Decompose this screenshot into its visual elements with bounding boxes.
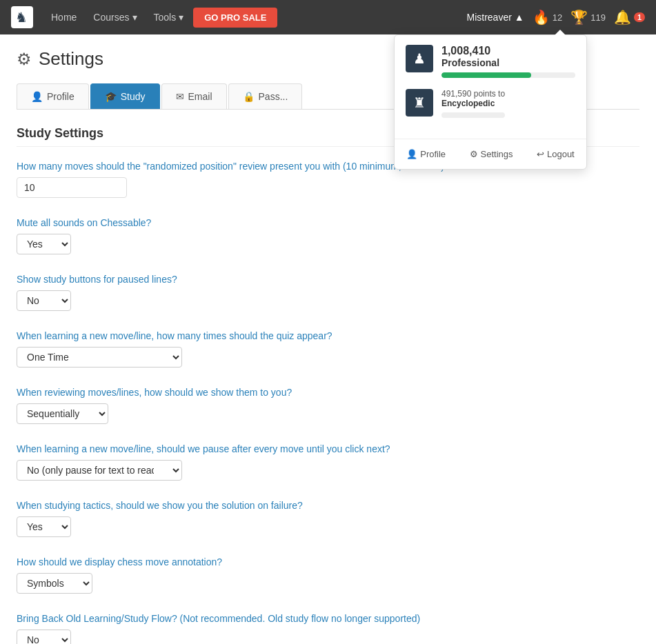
- dropdown-settings-link[interactable]: ⚙ Settings: [464, 146, 519, 162]
- select-tactics-solution[interactable]: Yes No: [17, 516, 71, 537]
- trophy-icon: 🏆: [570, 9, 588, 26]
- fire-streak-badge[interactable]: 🔥 12: [533, 9, 562, 26]
- site-logo[interactable]: ♞: [11, 6, 33, 28]
- dropdown-profile-link[interactable]: 👤 Profile: [401, 146, 451, 162]
- tab-study[interactable]: 🎓 Study: [90, 83, 160, 109]
- field-mute-sounds: Mute all sounds on Chessable? Yes No: [17, 217, 639, 254]
- tab-email[interactable]: ✉ Email: [161, 83, 227, 109]
- field-old-flow: Bring Back Old Learning/Study Flow? (Not…: [17, 613, 639, 644]
- dropdown-next-level-row: ♜ 491,590 points to Encyclopedic: [406, 89, 575, 122]
- select-pause-move[interactable]: No (only pause for text to read) Yes No: [17, 460, 182, 481]
- svg-text:♞: ♞: [15, 10, 28, 25]
- lock-icon: 🔒: [243, 91, 255, 102]
- tab-profile[interactable]: 👤 Profile: [17, 83, 89, 109]
- field-annotation-display: How should we display chess move annotat…: [17, 556, 639, 594]
- settings-gear-icon: ⚙: [17, 50, 32, 69]
- xp-progress-bar-fill: [441, 72, 531, 78]
- nav-right-section: Mistreaver ▲ 🔥 12 🏆 119 🔔 1: [466, 9, 645, 26]
- chevron-down-icon: ▾: [132, 12, 137, 23]
- label-pause-move: When learning a new move/line, should we…: [17, 443, 639, 454]
- chevron-down-icon: ▾: [179, 12, 183, 23]
- user-icon: 👤: [31, 91, 43, 102]
- select-annotation-display[interactable]: Symbols Text Both: [17, 573, 92, 594]
- field-tactics-solution: When studying tactics, should we show yo…: [17, 500, 639, 537]
- email-icon: ✉: [176, 91, 184, 102]
- go-pro-button[interactable]: GO PRO SALE: [193, 8, 277, 28]
- label-review-order: When reviewing moves/lines, how should w…: [17, 387, 639, 398]
- dropdown-menu-links: 👤 Profile ⚙ Settings ↩ Logout: [395, 139, 586, 169]
- nav-home[interactable]: Home: [44, 8, 83, 28]
- dropdown-user-row: ♟ 1,008,410 Professional: [406, 45, 575, 82]
- chess-rook-icon: ♜: [413, 94, 426, 111]
- bell-notification[interactable]: 🔔 1: [614, 9, 645, 26]
- nav-tools[interactable]: Tools ▾: [147, 8, 191, 28]
- select-study-buttons[interactable]: No Yes: [17, 290, 71, 311]
- field-study-buttons: Show study buttons for paused lines? No …: [17, 274, 639, 311]
- page-title: Settings: [39, 48, 103, 70]
- tab-password[interactable]: 🔒 Pass...: [228, 83, 303, 109]
- input-randomized-moves[interactable]: [17, 177, 127, 198]
- select-review-order[interactable]: Sequentially Randomly: [17, 403, 108, 424]
- chess-piece-icon: ♟: [413, 50, 426, 67]
- logout-icon: ↩: [537, 149, 544, 159]
- nav-links: Home Courses ▾ Tools ▾ GO PRO SALE: [44, 8, 466, 28]
- next-level-avatar: ♜: [406, 89, 433, 117]
- label-annotation-display: How should we display chess move annotat…: [17, 556, 639, 567]
- next-level-progress-container: [441, 112, 505, 118]
- username-button[interactable]: Mistreaver ▲: [466, 12, 524, 23]
- points-to-next-level: 491,590 points to Encyclopedic: [441, 89, 505, 122]
- gear-icon: ⚙: [470, 149, 478, 159]
- label-tactics-solution: When studying tactics, should we show yo…: [17, 500, 639, 511]
- label-study-buttons: Show study buttons for paused lines?: [17, 274, 639, 285]
- label-quiz-times: When learning a new move/line, how many …: [17, 330, 639, 341]
- label-mute-sounds: Mute all sounds on Chessable?: [17, 217, 639, 228]
- dropdown-logout-link[interactable]: ↩ Logout: [531, 146, 580, 162]
- select-mute-sounds[interactable]: Yes No: [17, 234, 71, 254]
- trophy-badge[interactable]: 🏆 119: [570, 9, 606, 26]
- xp-progress-bar-container: [441, 72, 575, 78]
- nav-courses[interactable]: Courses ▾: [86, 8, 143, 28]
- label-old-flow: Bring Back Old Learning/Study Flow? (Not…: [17, 613, 639, 624]
- points-count: 1,008,410: [441, 45, 575, 57]
- field-quiz-times: When learning a new move/line, how many …: [17, 330, 639, 368]
- graduation-icon: 🎓: [105, 91, 117, 102]
- field-review-order: When reviewing moves/lines, how should w…: [17, 387, 639, 424]
- user-dropdown: ♟ 1,008,410 Professional ♜ 491,590 point…: [394, 34, 587, 170]
- current-level: Professional: [441, 57, 575, 68]
- dropdown-points-info: 1,008,410 Professional: [441, 45, 575, 82]
- bell-icon: 🔔: [614, 9, 631, 26]
- dropdown-profile-section: ♟ 1,008,410 Professional ♜ 491,590 point…: [395, 35, 586, 139]
- field-pause-move: When learning a new move/line, should we…: [17, 443, 639, 481]
- select-quiz-times[interactable]: One Time Two Times Three Times: [17, 347, 182, 368]
- select-old-flow[interactable]: No Yes: [17, 630, 71, 644]
- user-icon: 👤: [406, 149, 417, 159]
- avatar: ♟: [406, 45, 433, 72]
- chevron-up-icon: ▲: [515, 12, 524, 23]
- fire-icon: 🔥: [533, 9, 550, 26]
